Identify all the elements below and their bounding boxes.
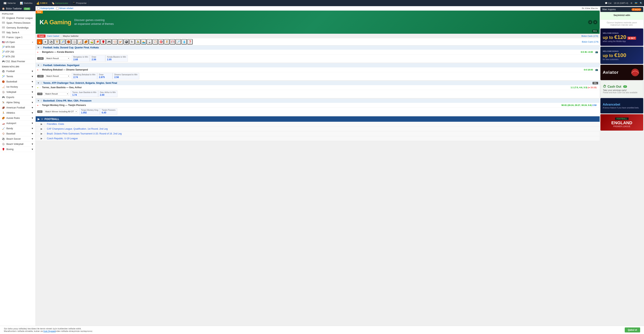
promo-football-england[interactable]: FOOTBALL ENGLAND PREMIER LEAGUE — [600, 114, 643, 131]
star-icon[interactable]: ☆ — [40, 82, 42, 84]
market-select[interactable]: Match Result — [45, 74, 70, 78]
sidebar-home[interactable]: 🏠 Bütün Tədbirlər Canlı — [0, 6, 36, 11]
categories-checkbox-label[interactable]: Kateqoriyalar — [37, 7, 54, 10]
star-icon[interactable]: ☆ — [39, 104, 41, 106]
nav-statistics[interactable]: 📊 Statistika — [18, 0, 34, 6]
sport-icon-golf[interactable]: ⛳ — [89, 39, 94, 44]
sport-icon-hockey[interactable]: 🏒 — [77, 39, 83, 44]
sport-icon-tennis[interactable]: 🎾 — [60, 39, 65, 44]
sport-icon-net[interactable]: 🥅 — [170, 39, 175, 44]
sport-icon-badminton[interactable]: 🏸 — [176, 39, 181, 44]
sidebar-item-germany[interactable]: Germany. Bundesliga — [0, 25, 36, 30]
star-icon[interactable]: ☆ — [44, 127, 46, 130]
sport-icon-cricket[interactable]: 🏏 — [118, 39, 123, 44]
star-icon[interactable]: ☆ — [40, 99, 42, 102]
market-select[interactable]: Match Result — [44, 92, 69, 95]
sidebar-item-tennis[interactable]: 🎾 Tennis ▼ — [0, 74, 36, 79]
sport-icon-tabletennis[interactable]: 🏓 — [95, 39, 100, 44]
promo-advancebet[interactable]: Advancebet A bonus feature if you have u… — [600, 98, 643, 113]
sport-icon-cycling[interactable]: 🚴 — [135, 39, 140, 44]
promo-welcome-mobile[interactable]: WELCOME BONUS up to €120 M BET when usin… — [600, 28, 643, 46]
star-icon[interactable]: ☆ — [41, 117, 44, 121]
sport-icon-star[interactable]: ★ — [42, 39, 48, 44]
sidebar-item-beachvolleyball[interactable]: 🏐 Beach Volleyball ▼ — [0, 142, 36, 147]
sidebar-item-spain[interactable]: Spain. Primera Division — [0, 21, 36, 25]
sport-icon-handball[interactable]: 🤾 — [164, 39, 170, 44]
odds-btn-1[interactable]: Metallurg Bekabad to Win 2.74 — [72, 73, 97, 79]
odds-btn-1[interactable]: Tongxi Monkey King 1.092 — [79, 108, 100, 115]
sport-icon-billiards[interactable]: 🎱 — [124, 39, 129, 44]
competition-row-3[interactable]: ▶ ☆ Brazil. Octavio Pinto Guimaraes Tour… — [36, 131, 600, 136]
odds-btn-3[interactable]: Gea, Arthur to Win 2.00 — [98, 90, 118, 97]
odds-btn-2[interactable]: Draw 2.56 — [90, 55, 105, 62]
star-icon[interactable]: ☆ — [39, 86, 41, 89]
event-group-header-4[interactable]: ▼ ☆ Basketball. China PR. Men. CBA. Pres… — [36, 99, 600, 103]
all-live-count-link[interactable]: Bütün Canlı (174) — [582, 41, 598, 43]
sidebar-item-volleyball[interactable]: 🏐 Volleyball ▼ — [0, 90, 36, 95]
sidebar-item-alpineskiing[interactable]: ⛷️ Alpine Skiing ▼ — [0, 100, 36, 105]
odds-btn-1[interactable]: Torres, Juan Bautista to Win 1.74 — [70, 90, 98, 97]
sidebar-item-football[interactable]: ⚽ Football ▼ — [0, 69, 36, 74]
sidebar-item-bandy[interactable]: 🏑 Bandy ▼ — [0, 126, 36, 131]
sport-icon-baseball[interactable]: ⚾ — [112, 39, 118, 44]
promo-cashout[interactable]: ⏱ Cash Out ✓ Take your winnings early! P… — [600, 81, 643, 97]
sidebar-item-esports[interactable]: 🎮 Esports ▼ — [0, 95, 36, 100]
sport-icon-rugby[interactable]: 🏉 — [83, 39, 88, 44]
sidebar-item-aussierules[interactable]: 🏉 Aussie Rules ▼ — [0, 116, 36, 121]
sidebar-item-atp250[interactable]: 🎾 ATP 250 — [0, 49, 36, 54]
search-icon[interactable]: 🔍 — [640, 2, 642, 4]
sidebar-item-usopen[interactable]: 🇺🇸 US Open ▼ — [0, 40, 36, 45]
star-icon[interactable]: ☆ — [40, 46, 42, 49]
cookie-policy-link[interactable]: Kuki Siyasəti — [44, 330, 56, 332]
star-icon[interactable]: ☆ — [44, 137, 46, 140]
competition-row-4[interactable]: ▶ ☆ Czech Republic. U-19 League — [36, 136, 600, 141]
sport-icon-darts[interactable]: 🎯 — [158, 39, 164, 44]
accept-cookie-button[interactable]: Qabul et — [625, 328, 640, 333]
market-select[interactable]: Match Winner Including All OT — [44, 110, 78, 113]
sidebar-item-france[interactable]: France. Ligue 1 — [0, 35, 36, 40]
live-cadvel-link[interactable]: Canlı Cadvel — [47, 35, 59, 37]
sport-icon-ski[interactable]: ⛷ — [130, 39, 135, 44]
flag-icon[interactable]: 🇦🇿 — [635, 2, 638, 4]
competition-row-1[interactable]: ▶ ☆ Friendlies. Clubs — [36, 122, 600, 127]
sport-icon-fire[interactable]: 🔥 — [37, 39, 42, 44]
sidebar-item-americanfootball[interactable]: 🏈 American Football ▼ — [0, 105, 36, 110]
sidebar-item-autosport[interactable]: 🏎️ Autosport ▼ — [0, 121, 36, 126]
sport-icon-swim[interactable]: 🏊 — [141, 39, 146, 44]
odds-btn-2[interactable]: Draw 2.875 — [97, 73, 112, 79]
sidebar-item-icehockey[interactable]: 🏒 Ice Hockey ▼ — [0, 84, 36, 90]
odds-btn-1[interactable]: Bengaluru to Win 2.68 — [72, 55, 90, 62]
event-group-header-3[interactable]: ▼ ☆ Tennis. ATP Challenger Tour. Dobrich… — [36, 81, 600, 85]
odds-btn-3[interactable]: Dinamo Samarqand to Win 2.56 — [112, 73, 139, 79]
promo-welcome-new[interactable]: WELCOME BONUS up to €100 for new custome… — [600, 47, 643, 64]
sidebar-item-boxing[interactable]: 🥊 Boxing ▼ — [0, 147, 36, 152]
nav-programs[interactable]: 📱 Proqramlar — [70, 0, 89, 6]
collapse-icon[interactable]: ▶ — [38, 117, 40, 121]
sidebar-item-baseball[interactable]: ⚾ Baseball ▼ — [0, 131, 36, 136]
sidebar-item-wta250[interactable]: 🎾 WTA 250 — [0, 54, 36, 59]
star-icon[interactable]: ☆ — [44, 123, 46, 125]
sport-icon-question[interactable]: ❓ — [187, 39, 192, 44]
all-live-link[interactable]: Bütün Canlı (174) — [582, 35, 598, 37]
sport-icon-basketball[interactable]: 🏀 — [66, 39, 71, 44]
sport-icon-football[interactable]: ⚽ — [48, 39, 54, 44]
sidebar-item-beachsoccer[interactable]: ⚽ Beach Soccer ▼ — [0, 136, 36, 142]
sidebar-item-cs2[interactable]: 🎮 CS2. Blast Premier — [0, 59, 36, 64]
nav-balance[interactable]: 💰 5 000 € — [34, 0, 50, 6]
banner-prev-button[interactable]: ‹ — [588, 20, 592, 24]
sport-icon-volleyball[interactable]: 🏐 — [72, 39, 77, 44]
sport-icon-fitness[interactable]: 🏋 — [54, 39, 60, 44]
star-icon[interactable]: ☆ — [44, 132, 46, 135]
promo-aviator[interactable]: Aviator — [600, 65, 643, 80]
categories-checkbox[interactable] — [37, 7, 40, 10]
event-group-header-2[interactable]: ▼ ☆ Football. Uzbekistan. Superligasi — [36, 63, 600, 67]
popular-events-link[interactable]: Məşhur tədbirlər — [63, 35, 79, 37]
sport-icon-boxing[interactable]: 🥊 — [100, 39, 106, 44]
sidebar-item-athletics[interactable]: 🏃 Athletics ▼ — [0, 110, 36, 116]
sports-checkbox-label[interactable]: İdman növləri — [56, 7, 73, 10]
settings-icon[interactable]: ⚙ — [630, 2, 632, 4]
event-group-header-1[interactable]: ▼ ☆ Football. India. Durand Cup. Quarter… — [36, 45, 600, 50]
sidebar-item-wta500[interactable]: 🎾 WTA 500 — [0, 45, 36, 49]
sport-icon-esports[interactable]: 🎮 — [106, 39, 112, 44]
star-icon[interactable]: ☆ — [39, 68, 41, 71]
